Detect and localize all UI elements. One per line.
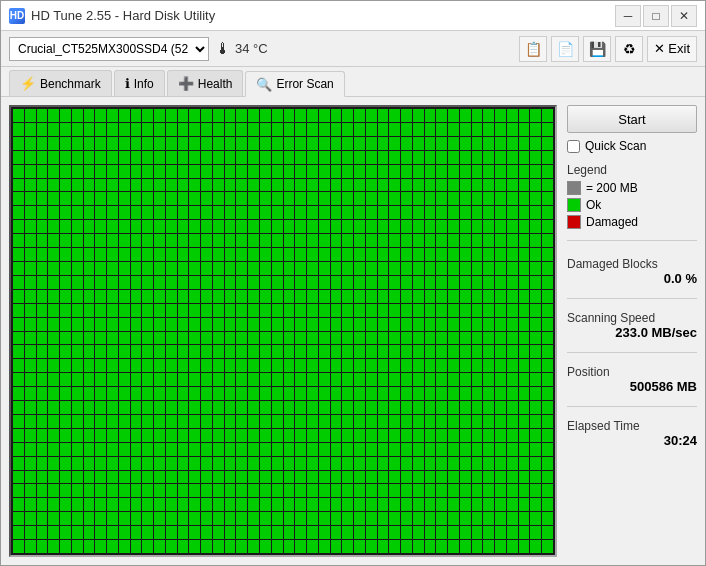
grid-cell <box>413 290 424 303</box>
grid-cell <box>248 109 259 122</box>
grid-cell <box>378 234 389 247</box>
copy2-button[interactable]: 📄 <box>551 36 579 62</box>
grid-cell <box>154 471 165 484</box>
grid-cell <box>225 484 236 497</box>
grid-cell <box>295 151 306 164</box>
grid-cell <box>507 151 518 164</box>
grid-cell <box>13 415 24 428</box>
grid-cell <box>284 415 295 428</box>
tab-benchmark[interactable]: ⚡ Benchmark <box>9 70 112 96</box>
grid-cell <box>389 262 400 275</box>
grid-cell <box>13 109 24 122</box>
grid-cell <box>236 262 247 275</box>
grid-cell <box>295 109 306 122</box>
grid-cell <box>319 234 330 247</box>
grid-cell <box>154 262 165 275</box>
start-button[interactable]: Start <box>567 105 697 133</box>
grid-cell <box>354 276 365 289</box>
grid-cell <box>84 526 95 539</box>
grid-cell <box>331 359 342 372</box>
grid-cell <box>178 429 189 442</box>
grid-cell <box>483 540 494 553</box>
grid-cell <box>295 415 306 428</box>
grid-cell <box>307 192 318 205</box>
grid-cell <box>13 345 24 358</box>
grid-cell <box>530 123 541 136</box>
grid-cell <box>107 179 118 192</box>
grid-cell <box>178 401 189 414</box>
grid-cell <box>389 165 400 178</box>
grid-cell <box>342 276 353 289</box>
grid-cell <box>60 234 71 247</box>
quick-scan-checkbox[interactable] <box>567 140 580 153</box>
grid-cell <box>331 206 342 219</box>
exit-button[interactable]: ✕ Exit <box>647 36 697 62</box>
grid-cell <box>48 248 59 261</box>
grid-cell <box>25 443 36 456</box>
grid-cell <box>37 220 48 233</box>
grid-cell <box>119 540 130 553</box>
grid-cell <box>13 401 24 414</box>
grid-cell <box>448 304 459 317</box>
drive-selector[interactable]: Crucial_CT525MX300SSD4 (525 GB) <box>9 37 209 61</box>
tab-error-scan[interactable]: 🔍 Error Scan <box>245 71 344 97</box>
grid-cell <box>307 332 318 345</box>
grid-cell <box>331 540 342 553</box>
grid-cell <box>72 137 83 150</box>
grid-cell <box>307 345 318 358</box>
grid-cell <box>213 415 224 428</box>
grid-cell <box>131 526 142 539</box>
grid-cell <box>389 179 400 192</box>
grid-cell <box>131 165 142 178</box>
grid-cell <box>507 248 518 261</box>
grid-cell <box>342 387 353 400</box>
grid-cell <box>213 262 224 275</box>
grid-cell <box>495 262 506 275</box>
grid-cell <box>342 512 353 525</box>
grid-cell <box>530 318 541 331</box>
grid-cell <box>413 234 424 247</box>
close-button[interactable]: ✕ <box>671 5 697 27</box>
grid-cell <box>25 484 36 497</box>
grid-cell <box>342 206 353 219</box>
grid-cell <box>378 206 389 219</box>
grid-cell <box>131 471 142 484</box>
grid-cell <box>13 276 24 289</box>
grid-cell <box>483 262 494 275</box>
grid-cell <box>319 248 330 261</box>
grid-cell <box>460 290 471 303</box>
grid-cell <box>201 137 212 150</box>
grid-cell <box>460 415 471 428</box>
grid-cell <box>25 387 36 400</box>
grid-cell <box>472 206 483 219</box>
grid-cell <box>483 526 494 539</box>
grid-cell <box>37 318 48 331</box>
grid-cell <box>331 484 342 497</box>
minimize-button[interactable]: ─ <box>615 5 641 27</box>
grid-cell <box>436 429 447 442</box>
grid-cell <box>213 179 224 192</box>
grid-cell <box>37 401 48 414</box>
grid-cell <box>307 220 318 233</box>
tab-info[interactable]: ℹ Info <box>114 70 165 96</box>
grid-cell <box>519 429 530 442</box>
copy-button[interactable]: 📋 <box>519 36 547 62</box>
grid-cell <box>307 248 318 261</box>
grid-cell <box>37 498 48 511</box>
grid-cell <box>342 540 353 553</box>
grid-cell <box>225 498 236 511</box>
refresh-button[interactable]: ♻ <box>615 36 643 62</box>
grid-cell <box>60 109 71 122</box>
grid-cell <box>178 248 189 261</box>
tab-health[interactable]: ➕ Health <box>167 70 244 96</box>
grid-cell <box>37 276 48 289</box>
grid-cell <box>248 234 259 247</box>
grid-cell <box>472 290 483 303</box>
grid-cell <box>95 123 106 136</box>
grid-cell <box>460 206 471 219</box>
grid-cell <box>436 192 447 205</box>
save-button[interactable]: 💾 <box>583 36 611 62</box>
maximize-button[interactable]: □ <box>643 5 669 27</box>
grid-cell <box>166 318 177 331</box>
grid-cell <box>166 206 177 219</box>
